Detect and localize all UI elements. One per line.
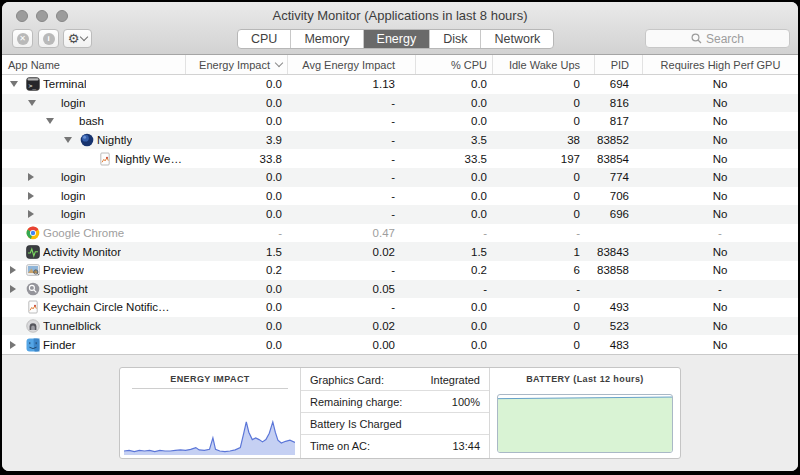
divider: [132, 388, 288, 389]
table-row[interactable]: Keychain Circle Notific…0.0-0.00493No: [2, 298, 798, 317]
table-row[interactable]: Activity Monitor1.50.021.5183843No: [2, 242, 798, 261]
cell-pid: 83858: [594, 264, 642, 276]
search-input[interactable]: Search: [645, 29, 790, 48]
cell-cpu: 0.0: [415, 301, 492, 313]
table-row[interactable]: bash0.0-0.00817No: [2, 112, 798, 131]
cell-pid: 706: [594, 190, 642, 202]
app-name-cell: login: [2, 97, 185, 109]
table-row[interactable]: login0.0-0.00706No: [2, 187, 798, 206]
battery-chart-frame: [497, 394, 673, 453]
cell-requires_high_perf_gpu: No: [642, 171, 798, 183]
info-label: Remaining charge:: [310, 396, 402, 408]
tab-memory[interactable]: Memory: [290, 30, 362, 48]
table-row[interactable]: Google Chrome-0.47---: [2, 224, 798, 243]
inspect-process-button[interactable]: i: [38, 29, 59, 48]
cell-energy_impact: 0.0: [185, 301, 287, 313]
column-header-cpu[interactable]: % CPU: [415, 55, 492, 74]
disclosure-triangle-collapsed-icon[interactable]: [10, 341, 16, 349]
cell-idle_wake_ups: 197: [492, 153, 594, 165]
finder-icon: [26, 338, 43, 352]
cell-energy_impact: -: [185, 227, 287, 239]
app-name-cell: bash: [2, 115, 185, 127]
table-row[interactable]: Nightly3.9-3.53883852No: [2, 131, 798, 150]
tab-cpu[interactable]: CPU: [238, 30, 290, 48]
app-name-label: Google Chrome: [43, 227, 124, 239]
tab-energy[interactable]: Energy: [363, 30, 430, 48]
quit-process-button[interactable]: ✕: [12, 29, 33, 48]
table-row[interactable]: Tunnelblick0.00.020.00523No: [2, 317, 798, 336]
gear-icon: ⚙: [68, 32, 80, 45]
column-header-avg_energy_impact[interactable]: Avg Energy Impact: [287, 55, 415, 74]
cell-cpu: 0.0: [415, 320, 492, 332]
window-title: Activity Monitor (Applications in last 8…: [2, 8, 798, 23]
disclosure-triangle-collapsed-icon[interactable]: [10, 266, 16, 274]
column-header-energy_impact[interactable]: Energy Impact: [185, 55, 287, 74]
table-row[interactable]: >_Terminal0.01.130.00694No: [2, 75, 798, 94]
tab-disk[interactable]: Disk: [429, 30, 480, 48]
table-row[interactable]: login0.0-0.00816No: [2, 94, 798, 113]
cell-requires_high_perf_gpu: No: [642, 78, 798, 90]
cell-avg_energy_impact: 0.00: [287, 339, 415, 351]
app-name-cell: Keychain Circle Notific…: [2, 300, 185, 314]
cell-energy_impact: 33.8: [185, 153, 287, 165]
disclosure-box: [64, 137, 80, 143]
column-header-idle_wake_ups[interactable]: Idle Wake Ups: [492, 55, 594, 74]
app-name-label: Keychain Circle Notific…: [43, 301, 170, 313]
cell-pid: 83843: [594, 246, 642, 258]
disclosure-triangle-collapsed-icon[interactable]: [28, 173, 34, 181]
table-row[interactable]: login0.0-0.00696No: [2, 205, 798, 224]
energy-impact-panel: ENERGY IMPACT: [120, 368, 301, 458]
options-menu-button[interactable]: ⚙: [63, 29, 92, 48]
disclosure-triangle-expanded-icon[interactable]: [46, 118, 54, 124]
disclosure-triangle-expanded-icon[interactable]: [28, 100, 36, 106]
cell-requires_high_perf_gpu: No: [642, 339, 798, 351]
table-row[interactable]: Spotlight0.00.05---: [2, 280, 798, 299]
table-row[interactable]: Nightly We…33.8-33.519783854No: [2, 149, 798, 168]
disclosure-triangle-collapsed-icon[interactable]: [10, 285, 16, 293]
tab-network[interactable]: Network: [480, 30, 553, 48]
column-header-label: App Name: [8, 59, 60, 71]
cell-pid: 493: [594, 301, 642, 313]
cell-energy_impact: 3.9: [185, 134, 287, 146]
cell-energy_impact: 0.0: [185, 78, 287, 90]
app-name-label: Preview: [43, 264, 84, 276]
disclosure-triangle-expanded-icon[interactable]: [64, 137, 72, 143]
cell-idle_wake_ups: 0: [492, 339, 594, 351]
app-name-label: Spotlight: [43, 283, 88, 295]
cell-pid: 774: [594, 171, 642, 183]
cell-idle_wake_ups: 0: [492, 320, 594, 332]
cell-energy_impact: 0.0: [185, 208, 287, 220]
table-row[interactable]: login0.0-0.00774No: [2, 168, 798, 187]
column-header-label: Energy Impact: [199, 59, 270, 71]
cell-energy_impact: 0.2: [185, 264, 287, 276]
column-header-pid[interactable]: PID: [594, 55, 642, 74]
disclosure-box: [46, 118, 62, 124]
cell-avg_energy_impact: -: [287, 301, 415, 313]
cell-idle_wake_ups: 0: [492, 301, 594, 313]
cell-energy_impact: 0.0: [185, 115, 287, 127]
column-header-app_name[interactable]: App Name: [2, 55, 185, 74]
disclosure-triangle-collapsed-icon[interactable]: [28, 210, 34, 218]
column-header-requires_high_perf_gpu[interactable]: Requires High Perf GPU: [642, 55, 798, 74]
cell-avg_energy_impact: 0.02: [287, 246, 415, 258]
disclosure-box: [10, 266, 26, 274]
cell-idle_wake_ups: 0: [492, 208, 594, 220]
cell-cpu: 0.2: [415, 264, 492, 276]
cell-idle_wake_ups: 38: [492, 134, 594, 146]
disclosure-triangle-collapsed-icon[interactable]: [28, 192, 34, 200]
info-label: Time on AC:: [310, 440, 370, 452]
cell-cpu: 0.0: [415, 190, 492, 202]
activity-monitor-icon: [26, 245, 43, 259]
disclosure-box: [28, 192, 44, 200]
cell-cpu: 0.0: [415, 208, 492, 220]
app-name-cell: Tunnelblick: [2, 319, 185, 333]
table-row[interactable]: Preview0.2-0.2683858No: [2, 261, 798, 280]
table-row[interactable]: Finder0.00.000.00483No: [2, 335, 798, 354]
cell-requires_high_perf_gpu: No: [642, 153, 798, 165]
app-name-cell: Nightly We…: [2, 152, 185, 166]
info-icon: i: [43, 33, 55, 45]
cell-cpu: 0.0: [415, 115, 492, 127]
app-name-cell: Finder: [2, 338, 185, 352]
disclosure-triangle-expanded-icon[interactable]: [10, 81, 18, 87]
battery-chart: [498, 395, 672, 452]
